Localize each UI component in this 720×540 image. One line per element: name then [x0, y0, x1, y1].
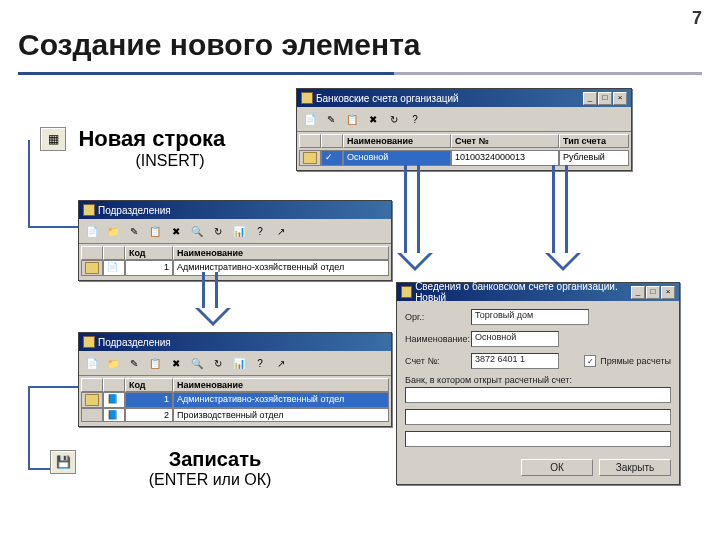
window-departments-1: Подразделения 📄 📁 ✎ 📋 ✖ 🔍 ↻ 📊 ? ↗ Код На… — [78, 200, 392, 281]
insert-label-main: Новая строка — [78, 126, 225, 152]
window-bank-accounts: Банковские счета организаций _ □ × 📄 ✎ 📋… — [296, 88, 632, 171]
col-type: Тип счета — [559, 134, 629, 148]
cell-name: Основной — [343, 150, 451, 166]
save-label-block: 💾 Записать (ENTER или ОК) — [70, 448, 310, 489]
table-row[interactable]: ✓ Основной 10100324000013 Рублевый — [297, 150, 631, 170]
tb-icon-4[interactable]: 📋 — [146, 354, 164, 372]
folder-icon — [85, 394, 99, 406]
cell-code: 2 — [125, 408, 173, 422]
cell-type: Рублевый — [559, 150, 629, 166]
connector — [28, 386, 30, 468]
name-label: Наименование: — [405, 334, 465, 344]
titlebar[interactable]: Сведения о банковском счете организации.… — [397, 283, 679, 301]
titlebar[interactable]: Подразделения — [79, 201, 391, 219]
col-code: Код — [125, 246, 173, 260]
tb-icon-5[interactable]: ✖ — [167, 354, 185, 372]
new-row-icon: ▦ — [40, 127, 66, 151]
save-icon: 💾 — [50, 450, 76, 474]
window-departments-2: Подразделения 📄 📁 ✎ 📋 ✖ 🔍 ↻ 📊 ? ↗ Код На… — [78, 332, 392, 427]
tb-icon-9[interactable]: ? — [251, 222, 269, 240]
col-name: Наименование — [343, 134, 451, 148]
tb-icon-1[interactable]: 📄 — [83, 354, 101, 372]
tb-icon-10[interactable]: ↗ — [272, 354, 290, 372]
title-underline — [18, 72, 702, 75]
window-icon — [83, 336, 95, 348]
toolbar-refresh-icon[interactable]: ↻ — [385, 110, 403, 128]
org-input[interactable]: Торговый дом — [471, 309, 589, 325]
window-icon — [301, 92, 313, 104]
maximize-button[interactable]: □ — [646, 286, 660, 299]
tb-icon-2[interactable]: 📁 — [104, 222, 122, 240]
tb-icon-9[interactable]: ? — [251, 354, 269, 372]
grid-header: Код Наименование — [79, 244, 391, 260]
arrow-down-2 — [552, 165, 568, 255]
tb-icon-8[interactable]: 📊 — [230, 222, 248, 240]
toolbar-new-icon[interactable]: 📄 — [301, 110, 319, 128]
tb-icon-8[interactable]: 📊 — [230, 354, 248, 372]
minimize-button[interactable]: _ — [631, 286, 645, 299]
cancel-button[interactable]: Закрыть — [599, 459, 671, 476]
bank-input[interactable] — [405, 387, 671, 403]
toolbar: 📄 📁 ✎ 📋 ✖ 🔍 ↻ 📊 ? ↗ — [79, 219, 391, 244]
connector — [28, 140, 30, 226]
minimize-button[interactable]: _ — [583, 92, 597, 105]
table-row[interactable]: 📘 2 Производственный отдел — [79, 408, 391, 426]
arrow-down-1 — [404, 165, 420, 255]
close-button[interactable]: × — [613, 92, 627, 105]
tb-icon-1[interactable]: 📄 — [83, 222, 101, 240]
connector — [28, 226, 78, 228]
tb-icon-2[interactable]: 📁 — [104, 354, 122, 372]
window-title: Банковские счета организаций — [316, 93, 459, 104]
checkbox-label: Прямые расчеты — [600, 356, 671, 366]
toolbar-help-icon[interactable]: ? — [406, 110, 424, 128]
table-row[interactable]: 📄 1 Административно-хозяйственный отдел — [79, 260, 391, 280]
table-row[interactable]: 📘 1 Административно-хозяйственный отдел — [79, 392, 391, 408]
ok-button[interactable]: ОК — [521, 459, 593, 476]
titlebar[interactable]: Подразделения — [79, 333, 391, 351]
page-title: Создание нового элемента — [18, 28, 421, 62]
cell-code: 1 — [125, 260, 173, 276]
toolbar-copy-icon[interactable]: 📋 — [343, 110, 361, 128]
tb-icon-7[interactable]: ↻ — [209, 354, 227, 372]
connector — [28, 468, 50, 470]
connector — [28, 386, 78, 388]
tb-icon-10[interactable]: ↗ — [272, 222, 290, 240]
toolbar: 📄 📁 ✎ 📋 ✖ 🔍 ↻ 📊 ? ↗ — [79, 351, 391, 376]
tb-icon-7[interactable]: ↻ — [209, 222, 227, 240]
col-code: Код — [125, 378, 173, 392]
org-label: Орг.: — [405, 312, 465, 322]
arrow-down-3 — [202, 272, 218, 310]
name-input[interactable]: Основной — [471, 331, 559, 347]
tb-icon-5[interactable]: ✖ — [167, 222, 185, 240]
window-icon — [83, 204, 95, 216]
close-button[interactable]: × — [661, 286, 675, 299]
dialog-body: Орг.: Торговый дом Наименование: Основно… — [397, 301, 679, 484]
tb-icon-4[interactable]: 📋 — [146, 222, 164, 240]
maximize-button[interactable]: □ — [598, 92, 612, 105]
window-title: Подразделения — [98, 337, 171, 348]
bank-input-2[interactable] — [405, 409, 671, 425]
tb-icon-3[interactable]: ✎ — [125, 222, 143, 240]
grid-header: Наименование Счет № Тип счета — [297, 132, 631, 150]
tb-icon-6[interactable]: 🔍 — [188, 222, 206, 240]
insert-label-sub: (INSERT) — [60, 152, 280, 170]
bank-input-3[interactable] — [405, 431, 671, 447]
tb-icon-6[interactable]: 🔍 — [188, 354, 206, 372]
grid-header: Код Наименование — [79, 376, 391, 392]
toolbar-delete-icon[interactable]: ✖ — [364, 110, 382, 128]
cell-code: 1 — [125, 392, 173, 408]
insert-label-block: ▦ Новая строка (INSERT) — [40, 126, 280, 170]
cell-number: 10100324000013 — [451, 150, 559, 166]
cell-name: Производственный отдел — [173, 408, 389, 422]
col-name: Наименование — [173, 246, 389, 260]
bank-label: Банк, в котором открыт расчетный счет: — [405, 375, 671, 385]
page-number: 7 — [692, 8, 702, 29]
account-input[interactable]: 3872 6401 1 — [471, 353, 559, 369]
toolbar-edit-icon[interactable]: ✎ — [322, 110, 340, 128]
checkbox-icon: ✓ — [584, 355, 596, 367]
toolbar: 📄 ✎ 📋 ✖ ↻ ? — [297, 107, 631, 132]
titlebar[interactable]: Банковские счета организаций _ □ × — [297, 89, 631, 107]
folder-icon — [85, 262, 99, 274]
tb-icon-3[interactable]: ✎ — [125, 354, 143, 372]
direct-checkbox[interactable]: ✓ Прямые расчеты — [584, 355, 671, 367]
